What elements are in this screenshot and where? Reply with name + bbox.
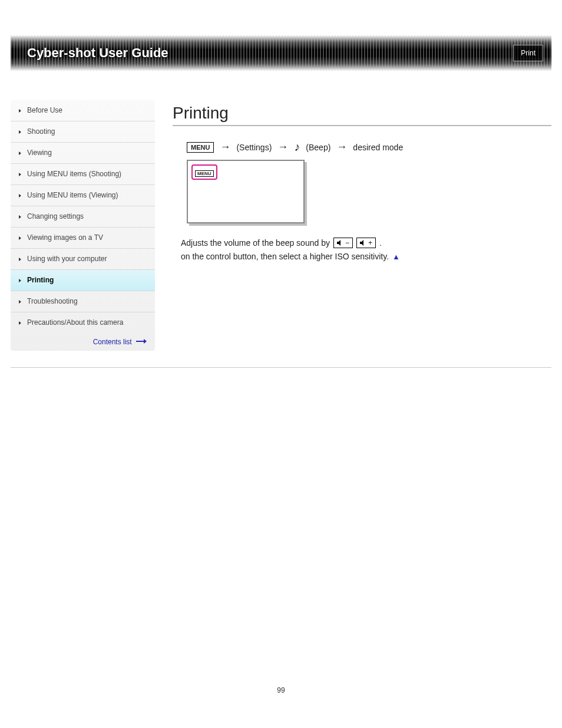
contents-list-label: Contents list — [93, 338, 132, 346]
sidebar-nav: Before UseShootingViewingUsing MENU item… — [11, 100, 155, 351]
menu-button-icon: MENU — [195, 170, 214, 177]
menu-button-icon: MENU — [187, 142, 214, 153]
speaker-icon — [360, 240, 367, 246]
title-divider — [173, 125, 551, 126]
sidebar-item[interactable]: Viewing images on a TV — [11, 228, 155, 249]
up-triangle-icon: ▲ — [392, 252, 400, 261]
svg-marker-1 — [144, 339, 147, 344]
instruction-suffix: . — [379, 238, 382, 248]
beep-label: (Beep) — [306, 143, 330, 152]
sidebar-item[interactable]: Changing settings — [11, 206, 155, 228]
desired-mode-label: desired mode — [353, 143, 403, 152]
camera-diagram: MENU — [187, 160, 305, 223]
page-number: 99 — [0, 686, 562, 694]
sidebar-item[interactable]: Shooting — [11, 121, 155, 143]
sidebar-item[interactable]: Using MENU items (Viewing) — [11, 185, 155, 206]
arrow-right-icon — [136, 338, 147, 346]
page-header: Cyber-shot User Guide Print — [11, 35, 551, 71]
volume-up-icon: + — [356, 238, 376, 248]
arrow-right-icon: → — [277, 141, 288, 153]
sidebar-item[interactable]: Using with your computer — [11, 249, 155, 270]
arrow-right-icon: → — [336, 141, 347, 153]
svg-marker-3 — [360, 240, 363, 246]
diagram-menu-highlight: MENU — [191, 164, 217, 180]
sub-instruction: on the control button, then select a hig… — [181, 252, 551, 261]
sidebar-item[interactable]: Viewing — [11, 143, 155, 164]
footer-divider — [11, 367, 551, 368]
print-link[interactable]: Print — [513, 45, 543, 61]
instruction-text: Adjusts the volume of the beep sound by … — [181, 238, 551, 248]
speaker-icon — [337, 240, 344, 246]
volume-down-icon: − — [333, 238, 353, 248]
sidebar-item[interactable]: Using MENU items (Shooting) — [11, 164, 155, 185]
contents-list-link[interactable]: Contents list — [11, 333, 155, 351]
sidebar-item[interactable]: Precautions/About this camera — [11, 312, 155, 333]
instruction-prefix: Adjusts the volume of the beep sound by — [181, 238, 330, 248]
arrow-right-icon: → — [220, 141, 230, 153]
page-title: Printing — [173, 104, 551, 123]
sidebar-item[interactable]: Printing — [11, 270, 155, 291]
main-content: Printing MENU → (Settings) → ♪ (Beep) → … — [173, 100, 551, 261]
music-note-icon: ♪ — [294, 140, 300, 154]
sidebar-item[interactable]: Troubleshooting — [11, 291, 155, 312]
sub-instruction-text: on the control button, then select a hig… — [181, 252, 389, 261]
header-title: Cyber-shot User Guide — [27, 45, 168, 61]
menu-path: MENU → (Settings) → ♪ (Beep) → desired m… — [187, 140, 551, 154]
svg-marker-2 — [337, 240, 340, 246]
sidebar-item[interactable]: Before Use — [11, 100, 155, 121]
settings-label: (Settings) — [236, 143, 272, 152]
